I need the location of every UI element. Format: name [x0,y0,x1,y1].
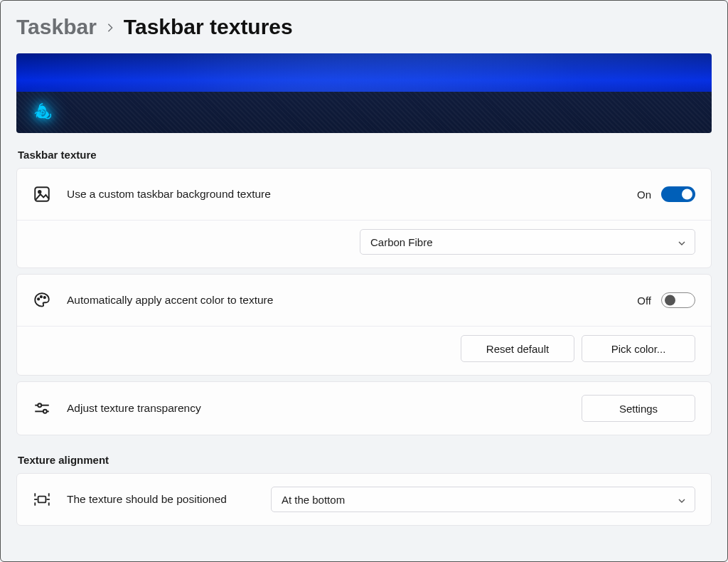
card-custom-background: Use a custom taskbar background texture … [16,168,712,268]
svg-point-12 [43,410,47,413]
pick-color-button[interactable]: Pick color... [582,335,695,362]
transparency-label: Adjust texture transparency [67,402,566,415]
chevron-down-icon [678,495,686,504]
svg-point-6 [38,298,39,299]
texture-select[interactable]: Carbon Fibre [360,229,695,255]
row-texture-select: Carbon Fibre [17,220,711,267]
position-select-value: At the bottom [282,494,345,506]
accent-label: Automatically apply accent color to text… [67,294,621,307]
reset-default-button[interactable]: Reset default [461,335,574,362]
chevron-down-icon [678,238,686,246]
position-label: The texture should be positioned [67,493,227,506]
breadcrumb-current: Taskbar textures [124,15,293,39]
svg-point-7 [41,296,42,297]
svg-point-0 [41,111,44,114]
preview-taskbar [16,92,712,133]
svg-point-10 [38,403,41,407]
transparency-settings-button[interactable]: Settings [582,395,695,422]
svg-rect-17 [38,497,46,503]
section-label-texture: Taskbar texture [18,149,712,161]
chevron-right-icon [107,21,114,36]
row-position: The texture should be positioned At the … [17,474,711,525]
row-accent: Automatically apply accent color to text… [17,275,711,326]
svg-point-8 [44,297,46,298]
texture-preview [16,53,712,133]
position-select[interactable]: At the bottom [271,487,695,512]
card-transparency: Adjust texture transparency Settings [16,381,712,435]
preview-wallpaper [16,53,712,92]
custom-bg-toggle[interactable] [661,186,695,202]
card-alignment: The texture should be positioned At the … [16,473,712,526]
align-icon [33,490,51,509]
sliders-icon [33,399,51,418]
row-accent-buttons: Reset default Pick color... [17,326,711,375]
custom-bg-toggle-state: On [637,189,651,201]
svg-point-5 [38,191,41,193]
section-label-alignment: Texture alignment [18,454,712,466]
custom-bg-label: Use a custom taskbar background texture [67,188,621,201]
palette-icon [33,291,51,309]
accent-toggle-state: Off [637,295,651,307]
biohazard-icon [33,103,52,122]
row-transparency: Adjust texture transparency Settings [17,382,711,435]
accent-toggle[interactable] [661,292,695,308]
breadcrumb: Taskbar Taskbar textures [16,15,712,39]
breadcrumb-parent[interactable]: Taskbar [16,15,97,39]
row-custom-bg: Use a custom taskbar background texture … [17,169,711,220]
image-icon [33,185,51,203]
texture-select-value: Carbon Fibre [370,236,433,248]
card-accent-color: Automatically apply accent color to text… [16,274,712,376]
